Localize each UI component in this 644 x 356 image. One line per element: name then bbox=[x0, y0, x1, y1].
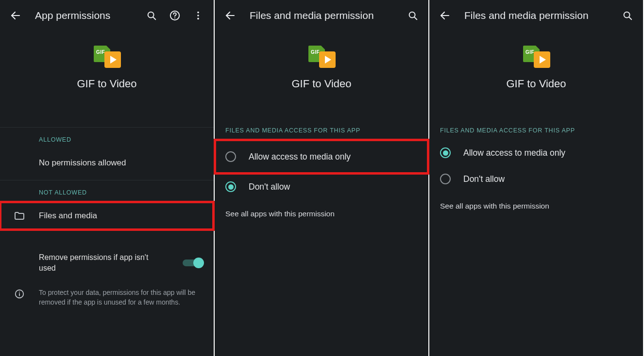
section-allowed: ALLOWED bbox=[0, 128, 214, 149]
svg-point-4 bbox=[174, 17, 175, 18]
option-dont-allow-label: Don't allow bbox=[463, 174, 505, 184]
section-not-allowed: NOT ALLOWED bbox=[0, 180, 214, 202]
page-title: Files and media permission bbox=[458, 10, 614, 21]
page-title: App permissions bbox=[29, 10, 138, 21]
no-permissions-text: No permissions allowed bbox=[39, 158, 203, 168]
info-note: To protect your data, permissions for th… bbox=[39, 288, 203, 307]
svg-line-16 bbox=[629, 17, 631, 19]
help-icon[interactable] bbox=[165, 6, 185, 25]
gif-badge: GIF bbox=[311, 49, 320, 55]
back-icon[interactable] bbox=[435, 6, 455, 25]
svg-line-2 bbox=[153, 17, 155, 19]
option-dont-allow[interactable]: Don't allow bbox=[429, 166, 643, 192]
topbar: Files and media permission bbox=[215, 0, 428, 31]
info-icon bbox=[11, 288, 28, 299]
svg-point-7 bbox=[197, 18, 199, 20]
app-header: GIF GIF to Video bbox=[215, 31, 428, 105]
remove-permissions-toggle[interactable] bbox=[183, 257, 203, 269]
files-and-media-row[interactable]: Files and media bbox=[0, 202, 214, 230]
info-row: To protect your data, permissions for th… bbox=[0, 286, 214, 314]
remove-permissions-row[interactable]: Remove permissions if app isn't used bbox=[0, 246, 214, 279]
radio-unchecked-icon bbox=[225, 151, 236, 162]
option-allow-media-label: Allow access to media only bbox=[463, 148, 565, 158]
see-all-apps-label: See all apps with this permission bbox=[225, 210, 335, 218]
option-dont-allow[interactable]: Don't allow bbox=[215, 174, 428, 200]
svg-point-6 bbox=[197, 15, 199, 16]
remove-permissions-label: Remove permissions if app isn't used bbox=[39, 252, 172, 273]
topbar: App permissions bbox=[0, 0, 214, 31]
svg-point-5 bbox=[197, 12, 199, 14]
panel-files-media-permission-after: Files and media permission GIF GIF to Vi… bbox=[429, 0, 644, 356]
option-allow-media[interactable]: Allow access to media only bbox=[429, 140, 643, 166]
files-and-media-label: Files and media bbox=[39, 211, 203, 221]
radio-unchecked-icon bbox=[440, 174, 451, 184]
page-title: Files and media permission bbox=[244, 10, 399, 21]
app-header: GIF GIF to Video bbox=[0, 31, 214, 105]
radio-checked-icon bbox=[225, 181, 236, 192]
app-name: GIF to Video bbox=[506, 78, 566, 90]
radio-checked-icon bbox=[440, 147, 451, 158]
no-permissions-row: No permissions allowed bbox=[0, 149, 214, 177]
folder-icon bbox=[11, 210, 28, 222]
app-icon: GIF bbox=[307, 46, 336, 68]
overflow-menu-icon[interactable] bbox=[188, 6, 208, 25]
gif-badge: GIF bbox=[525, 49, 534, 55]
back-icon[interactable] bbox=[6, 6, 25, 25]
option-dont-allow-label: Don't allow bbox=[249, 182, 290, 192]
app-name: GIF to Video bbox=[291, 78, 351, 90]
svg-line-13 bbox=[414, 17, 417, 19]
app-icon: GIF bbox=[93, 46, 121, 68]
see-all-apps-link[interactable]: See all apps with this permission bbox=[215, 200, 428, 228]
panel-files-media-permission-before: Files and media permission GIF GIF to Vi… bbox=[215, 0, 429, 356]
section-access: FILES AND MEDIA ACCESS FOR THIS APP bbox=[429, 118, 643, 140]
option-allow-media[interactable]: Allow access to media only bbox=[215, 140, 428, 174]
see-all-apps-label: See all apps with this permission bbox=[440, 202, 549, 210]
search-icon[interactable] bbox=[618, 6, 637, 25]
app-icon: GIF bbox=[522, 46, 550, 68]
search-icon[interactable] bbox=[403, 6, 423, 25]
gif-badge: GIF bbox=[96, 49, 105, 55]
section-access: FILES AND MEDIA ACCESS FOR THIS APP bbox=[215, 118, 428, 140]
search-icon[interactable] bbox=[142, 6, 161, 25]
svg-point-10 bbox=[19, 292, 20, 293]
option-allow-media-label: Allow access to media only bbox=[249, 152, 351, 162]
app-header: GIF GIF to Video bbox=[429, 31, 643, 105]
app-name: GIF to Video bbox=[77, 78, 136, 90]
see-all-apps-link[interactable]: See all apps with this permission bbox=[429, 192, 643, 220]
topbar: Files and media permission bbox=[429, 0, 643, 31]
back-icon[interactable] bbox=[220, 6, 240, 25]
panel-app-permissions: App permissions GIF GIF to Video ALLOWED… bbox=[0, 0, 215, 356]
